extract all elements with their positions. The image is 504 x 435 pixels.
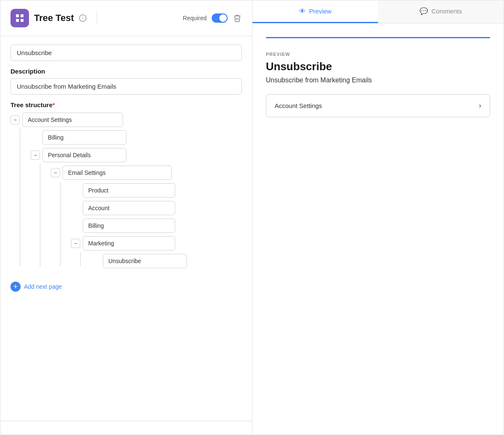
tree-children-account-settings: − −: [10, 130, 242, 272]
tree-row-personal-details: −: [31, 148, 242, 162]
tree-node-billing-1: [31, 130, 242, 148]
preview-blue-line: [266, 37, 490, 38]
preview-section-label: PREVIEW: [266, 52, 490, 57]
tree-node-product: [71, 183, 242, 201]
header: Tree Test i Required: [0, 0, 252, 36]
tree-input-product[interactable]: [83, 183, 175, 198]
description-label: Description: [10, 68, 242, 75]
chevron-right-icon: ›: [479, 101, 481, 110]
preview-title: Unsubscribe: [266, 60, 490, 73]
required-label: Required: [183, 15, 207, 21]
tree-children-personal-details: −: [31, 166, 242, 272]
tree-node-unsubscribe: [91, 254, 242, 272]
tree-row-email-settings: −: [51, 166, 242, 180]
tree-input-email-settings[interactable]: [63, 166, 172, 180]
tree-row-product: [71, 183, 242, 198]
tree-node-account: [71, 201, 242, 219]
delete-icon[interactable]: [233, 13, 242, 23]
tree-input-billing-1[interactable]: [42, 130, 126, 145]
right-panel: 👁 Preview 💬 Comments PREVIEW Unsubscribe…: [252, 0, 504, 435]
tree-node-account-settings: − −: [10, 113, 242, 272]
required-toggle[interactable]: [212, 13, 228, 23]
preview-content: PREVIEW Unsubscribe Unsubscribe from Mar…: [252, 24, 504, 435]
left-content: Description Tree structure −: [0, 36, 252, 421]
tab-comments-label: Comments: [431, 8, 462, 15]
svg-rect-2: [16, 19, 19, 22]
collapse-email-settings[interactable]: −: [51, 168, 60, 177]
tree-input-unsubscribe[interactable]: [103, 254, 187, 268]
tree-row-account-settings: −: [10, 113, 242, 127]
collapse-account-settings[interactable]: −: [10, 115, 20, 124]
tree-row-billing-1: [31, 130, 242, 145]
preview-eye-icon: 👁: [299, 8, 306, 15]
tree-row-unsubscribe: [91, 254, 242, 268]
svg-rect-0: [16, 14, 19, 17]
tree-test-icon: [10, 9, 29, 27]
collapse-marketing[interactable]: −: [71, 239, 80, 248]
left-footer: [0, 421, 252, 435]
description-input[interactable]: [10, 78, 242, 95]
preview-option-account-settings[interactable]: Account Settings ›: [266, 94, 490, 117]
tree-node-personal-details: − −: [31, 148, 242, 272]
tree-row-billing-2: [71, 219, 242, 233]
tab-preview-label: Preview: [309, 8, 331, 15]
icon-svg: [15, 13, 25, 23]
tree-input-account-settings[interactable]: [22, 113, 123, 127]
header-right: Required: [183, 13, 242, 23]
tab-comments[interactable]: 💬 Comments: [378, 0, 504, 23]
svg-rect-1: [21, 14, 24, 17]
tabs-header: 👁 Preview 💬 Comments: [252, 0, 504, 24]
add-next-page-button[interactable]: + Add next page: [10, 278, 242, 295]
page-title: Tree Test: [34, 13, 74, 24]
tree-input-personal-details[interactable]: [42, 148, 126, 162]
preview-option-text: Account Settings: [275, 102, 322, 109]
header-divider: [97, 11, 97, 25]
tree-structure-label: Tree structure: [10, 101, 242, 108]
tab-preview[interactable]: 👁 Preview: [252, 0, 378, 23]
tree-input-account[interactable]: [83, 201, 175, 215]
collapse-personal-details[interactable]: −: [31, 150, 40, 160]
add-icon: +: [10, 282, 21, 292]
tree-input-marketing[interactable]: [83, 236, 175, 250]
tree-node-billing-2: [71, 219, 242, 236]
app-container: Tree Test i Required Description: [0, 0, 504, 435]
tree-container: − −: [10, 113, 242, 272]
add-next-page-label: Add next page: [24, 283, 62, 290]
tree-row-account: [71, 201, 242, 215]
tree-node-marketing: −: [71, 236, 242, 272]
title-input[interactable]: [10, 45, 242, 61]
tree-children-marketing: [71, 254, 242, 272]
svg-rect-3: [21, 19, 24, 22]
tree-row-marketing: −: [71, 236, 242, 250]
info-icon[interactable]: i: [79, 14, 87, 22]
tree-children-email-settings: −: [51, 183, 242, 272]
left-panel: Tree Test i Required Description: [0, 0, 252, 435]
preview-description: Unsubscribe from Marketing Emails: [266, 76, 490, 84]
tree-node-email-settings: −: [51, 166, 242, 272]
comments-bubble-icon: 💬: [420, 7, 428, 15]
tree-input-billing-2[interactable]: [83, 219, 175, 233]
